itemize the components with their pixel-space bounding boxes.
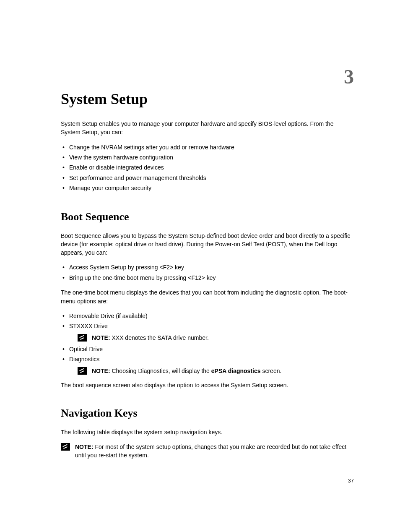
- page-number: 37: [348, 477, 354, 484]
- intro-paragraph: System Setup enables you to manage your …: [61, 120, 354, 137]
- list-item: STXXXX Drive: [61, 321, 354, 331]
- navigation-keys-p1: The following table displays the system …: [61, 428, 354, 436]
- note-label: NOTE:: [75, 443, 95, 450]
- list-item: Enable or disable integrated devices: [61, 163, 354, 172]
- boot-sequence-list1: Access System Setup by pressing <F2> key…: [61, 263, 354, 282]
- note-body: XXX denotes the SATA drive number.: [112, 334, 208, 341]
- list-item: View the system hardware configuration: [61, 153, 354, 162]
- note-body-a: Choosing Diagnostics, will display the: [112, 368, 211, 374]
- list-item: Access System Setup by pressing <F2> key: [61, 263, 354, 272]
- boot-sequence-heading: Boot Sequence: [61, 211, 354, 223]
- list-item: Manage your computer security: [61, 183, 354, 193]
- note-label: NOTE:: [92, 334, 112, 341]
- boot-sequence-list2: Removable Drive (if available) STXXXX Dr…: [61, 311, 354, 375]
- note-text: NOTE: For most of the system setup optio…: [75, 443, 354, 460]
- note-text: NOTE: Choosing Diagnostics, will display…: [92, 367, 354, 375]
- note-container: NOTE: Choosing Diagnostics, will display…: [61, 367, 354, 375]
- list-item: Set performance and power management thr…: [61, 173, 354, 183]
- note-label: NOTE:: [92, 368, 112, 374]
- list-item: Diagnostics: [61, 355, 354, 364]
- chapter-number: 3: [344, 65, 354, 88]
- list-item: Bring up the one-time boot menu by press…: [61, 273, 354, 282]
- list-item: Removable Drive (if available): [61, 311, 354, 321]
- list-item: Change the NVRAM settings after you add …: [61, 143, 354, 152]
- page-title: System Setup: [61, 90, 354, 108]
- note-icon: [61, 443, 70, 451]
- list-item: Optical Drive: [61, 344, 354, 354]
- navigation-keys-heading: Navigation Keys: [61, 407, 354, 420]
- intro-list: Change the NVRAM settings after you add …: [61, 143, 354, 193]
- note-container: NOTE: XXX denotes the SATA drive number.: [61, 334, 354, 342]
- note-text: NOTE: XXX denotes the SATA drive number.: [92, 334, 354, 342]
- note-icon: [78, 334, 87, 342]
- note-bold: ePSA diagnostics: [211, 368, 261, 374]
- note-icon: [78, 367, 87, 375]
- note-block: NOTE: Choosing Diagnostics, will display…: [78, 367, 354, 375]
- note-body: For most of the system setup options, ch…: [75, 443, 346, 459]
- note-body-b: screen.: [261, 368, 282, 374]
- boot-sequence-p1: Boot Sequence allows you to bypass the S…: [61, 232, 354, 257]
- boot-sequence-p3: The boot sequence screen also displays t…: [61, 381, 354, 389]
- boot-sequence-p2: The one-time boot menu displays the devi…: [61, 288, 354, 305]
- note-block: NOTE: For most of the system setup optio…: [61, 443, 354, 460]
- note-block: NOTE: XXX denotes the SATA drive number.: [78, 334, 354, 342]
